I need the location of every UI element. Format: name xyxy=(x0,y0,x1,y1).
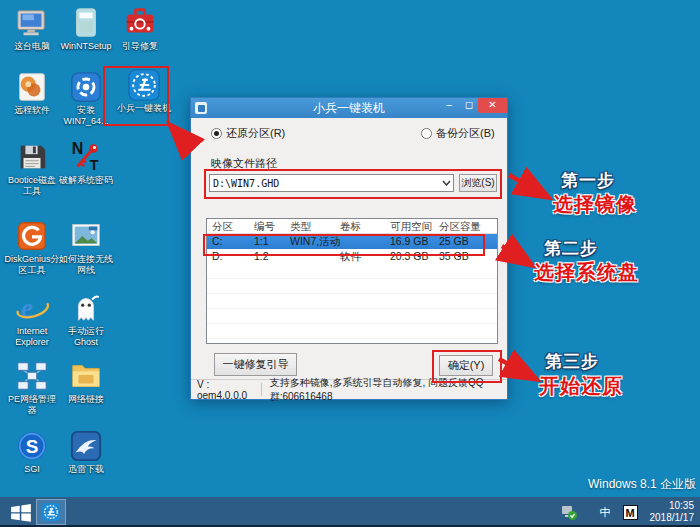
col-label: 卷标 xyxy=(340,219,390,233)
step3-action: 开始还原 xyxy=(539,373,623,400)
col-free-space: 可用空间 xyxy=(390,219,439,233)
svg-text:T: T xyxy=(90,157,99,173)
desktop-icon-this-pc[interactable]: 这台电脑 xyxy=(4,6,60,52)
gear-icon xyxy=(69,70,103,104)
system-tray: 中 M 10:35 2018/1/17 xyxy=(560,497,700,527)
radio-restore-label: 还原分区(R) xyxy=(226,126,285,141)
step1-action: 选择镜像 xyxy=(553,191,637,218)
clock-date: 2018/1/17 xyxy=(650,512,695,524)
image-path-combobox[interactable]: D:\WIN7.GHD xyxy=(209,174,454,192)
minimize-button[interactable]: – xyxy=(441,98,457,113)
taskbar-clock[interactable]: 10:35 2018/1/17 xyxy=(650,500,695,524)
winntsetup-icon xyxy=(69,6,103,40)
ghost-icon xyxy=(69,291,103,325)
safely-remove-icon[interactable] xyxy=(560,503,578,521)
xiaobing-icon xyxy=(41,502,61,522)
desktop: 这台电脑 WinNTSetup 引导修复 远程软件 安装 WIN7_64... … xyxy=(0,0,700,527)
icon-label: 如何连接无线网线 xyxy=(58,254,114,275)
dialog-statusbar: V : oem4.0.0.0 支持多种镜像,多系统引导自动修复, 问题反馈QQ群… xyxy=(191,379,507,399)
col-partition: 分区 xyxy=(212,219,254,233)
ime-language-indicator[interactable]: 中 xyxy=(600,505,611,520)
icon-label: SGI xyxy=(4,464,60,475)
desktop-icon-sgi[interactable]: S SGI xyxy=(4,429,60,475)
step2-title: 第二步 xyxy=(544,237,598,260)
photo-icon xyxy=(69,219,103,253)
windows-logo-icon xyxy=(10,503,32,523)
desktop-icon-network-link[interactable]: 网络链接 xyxy=(58,359,114,405)
image-path-label: 映像文件路径 xyxy=(211,156,277,171)
desktop-icon-remote-software[interactable]: 远程软件 xyxy=(4,70,60,116)
svg-text:e: e xyxy=(21,293,33,323)
chevron-down-icon[interactable] xyxy=(439,180,453,186)
taskbar: 中 M 10:35 2018/1/17 xyxy=(0,497,700,527)
step1-title: 第一步 xyxy=(561,169,615,192)
radio-dot-icon xyxy=(211,128,222,139)
svg-text:S: S xyxy=(26,436,39,457)
desktop-icon-winntsetup[interactable]: WinNTSetup xyxy=(58,6,114,52)
this-pc-icon xyxy=(15,6,49,40)
ie-icon: e xyxy=(15,291,49,325)
desktop-icon-pe-network-manager[interactable]: PE网络管理器 xyxy=(4,359,60,415)
taskbar-app-xiaobing[interactable] xyxy=(36,499,66,525)
diskgenius-icon xyxy=(15,219,49,253)
icon-label: 手动运行Ghost xyxy=(58,326,114,347)
icon-label: 迅雷下载 xyxy=(58,464,114,475)
step2-action: 选择系统盘 xyxy=(534,259,639,286)
network-diagram-icon xyxy=(15,359,49,393)
desktop-icon-boot-repair[interactable]: 引导修复 xyxy=(112,6,168,52)
dialog-titlebar[interactable]: 小兵一键装机 – ◻ ✕ xyxy=(191,98,507,118)
radio-backup-label: 备份分区(B) xyxy=(436,126,495,141)
table-row-d[interactable]: D: 1:2 软件 20.3 GB 35 GB xyxy=(207,249,497,264)
radio-dot-icon xyxy=(421,128,432,139)
start-button[interactable] xyxy=(10,503,32,521)
desktop-icon-crack-password[interactable]: NT 破解系统密码 xyxy=(58,140,114,186)
xiaobing-icon xyxy=(127,68,161,102)
desktop-icon-diskgenius[interactable]: DiskGenius分区工具 xyxy=(4,219,60,275)
version-text: V : oem4.0.0.0 xyxy=(191,379,261,401)
xiaobing-dialog: 小兵一键装机 – ◻ ✕ 还原分区(R) 备份分区(B) 映像文件路径 D:\W… xyxy=(190,97,508,400)
sgi-icon: S xyxy=(15,429,49,463)
arrow-desktop-icon xyxy=(172,127,187,143)
remote-software-icon xyxy=(15,70,49,104)
icon-label: 小兵一键装机 xyxy=(114,103,174,114)
dialog-title: 小兵一键装机 xyxy=(191,100,507,117)
desktop-icon-xiaobing-installer[interactable]: 小兵一键装机 xyxy=(114,68,174,114)
icon-label: Internet Explorer xyxy=(4,326,60,347)
icon-label: PE网络管理器 xyxy=(4,394,60,415)
desktop-icon-xunlei-download[interactable]: 迅雷下载 xyxy=(58,429,114,475)
radio-restore-partition[interactable]: 还原分区(R) xyxy=(211,126,285,141)
floppy-disk-icon xyxy=(15,140,49,174)
icon-label: 安装 WIN7_64... xyxy=(58,105,114,126)
partition-table: 分区 编号 类型 卷标 可用空间 分区容量 C: 1:1 WIN7,活动 16.… xyxy=(206,218,498,344)
folder-icon xyxy=(69,359,103,393)
icon-label: DiskGenius分区工具 xyxy=(4,254,60,275)
windows-edition-label: Windows 8.1 企业版 xyxy=(588,476,696,493)
icon-label: 引导修复 xyxy=(112,41,168,52)
col-type: 类型 xyxy=(290,219,340,233)
image-path-value: D:\WIN7.GHD xyxy=(210,178,439,189)
maximize-button[interactable]: ◻ xyxy=(461,98,477,113)
ok-button[interactable]: 确定(Y) xyxy=(439,355,493,376)
repair-boot-button[interactable]: 一键修复引导 xyxy=(214,353,297,376)
desktop-icon-bootice[interactable]: Bootice磁盘工具 xyxy=(4,140,60,196)
table-row-c[interactable]: C: 1:1 WIN7,活动 16.9 GB 25 GB xyxy=(207,234,497,249)
step3-title: 第三步 xyxy=(545,350,599,373)
desktop-icon-internet-explorer[interactable]: e Internet Explorer xyxy=(4,291,60,347)
ime-mode-indicator[interactable]: M xyxy=(623,505,638,520)
icon-label: 网络链接 xyxy=(58,394,114,405)
clock-time: 10:35 xyxy=(650,500,695,512)
col-number: 编号 xyxy=(254,219,290,233)
close-button[interactable]: ✕ xyxy=(478,98,507,113)
icon-label: WinNTSetup xyxy=(58,41,114,52)
arrow-step1 xyxy=(509,175,546,196)
icon-label: 破解系统密码 xyxy=(58,175,114,186)
col-capacity: 分区容量 xyxy=(439,219,497,233)
desktop-icon-wireless-guide[interactable]: 如何连接无线网线 xyxy=(58,219,114,275)
desktop-icon-install-win7[interactable]: 安装 WIN7_64... xyxy=(58,70,114,126)
radio-backup-partition[interactable]: 备份分区(B) xyxy=(421,126,495,141)
toolbox-icon xyxy=(123,6,157,40)
icon-label: 这台电脑 xyxy=(4,41,60,52)
nt-key-icon: NT xyxy=(69,140,103,174)
desktop-icon-ghost[interactable]: 手动运行Ghost xyxy=(58,291,114,347)
browse-button[interactable]: 浏览(S) xyxy=(459,174,497,192)
